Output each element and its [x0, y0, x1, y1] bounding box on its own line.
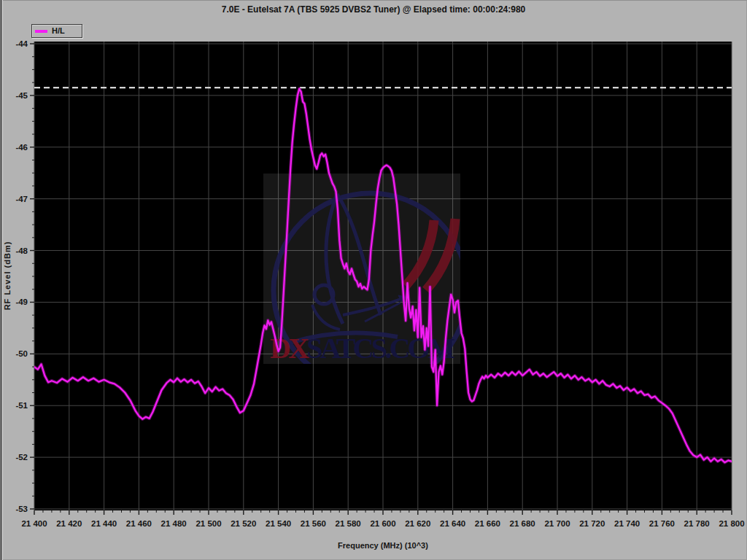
- x-tick-label: 21 620: [405, 519, 430, 528]
- x-tick-label: 21 400: [21, 519, 47, 528]
- y-tick-label: -51: [15, 401, 28, 410]
- y-tick-label: -52: [15, 453, 28, 462]
- y-axis-title: RF Level (dBm): [3, 225, 12, 327]
- x-axis-title: Frequency (MHz) (10^3): [0, 541, 747, 550]
- x-tick-label: 21 580: [336, 519, 361, 528]
- y-tick-label: -47: [15, 195, 28, 203]
- x-tick-label: 21 420: [56, 519, 82, 528]
- y-tick-label: -49: [15, 298, 28, 306]
- y-tick-label: -50: [15, 349, 28, 358]
- spectrum-chart: DXSATCS.COM 21 40021 42021 44021 46021 4…: [0, 0, 747, 560]
- y-tick-label: -46: [15, 143, 28, 152]
- legend-series-label: H/L: [52, 27, 65, 35]
- x-tick-label: 21 700: [544, 519, 570, 528]
- x-tick-label: 21 500: [196, 519, 221, 528]
- y-axis: -44-45-46-47-48-49-50-51-52-53: [15, 39, 34, 513]
- x-tick-label: 21 540: [266, 519, 291, 528]
- x-tick-label: 21 560: [301, 519, 326, 528]
- x-tick-label: 21 460: [126, 519, 152, 528]
- x-tick-label: 21 780: [684, 519, 710, 528]
- legend-series-color-swatch: [35, 30, 47, 33]
- y-tick-label: -44: [15, 39, 28, 48]
- x-tick-label: 21 740: [614, 519, 640, 528]
- y-tick-label: -45: [15, 91, 28, 100]
- x-tick-label: 21 760: [649, 519, 675, 528]
- x-tick-label: 21 720: [579, 519, 605, 528]
- legend[interactable]: H/L: [31, 24, 82, 38]
- x-tick-label: 21 660: [475, 519, 500, 528]
- y-tick-label: -48: [15, 246, 28, 255]
- x-tick-label: 21 440: [91, 519, 117, 528]
- y-tick-label: -53: [15, 505, 28, 513]
- x-axis: 21 40021 42021 44021 46021 48021 50021 5…: [21, 510, 744, 528]
- x-tick-label: 21 800: [719, 519, 744, 528]
- x-tick-label: 21 680: [510, 519, 535, 528]
- x-tick-label: 21 480: [161, 519, 187, 528]
- x-tick-label: 21 640: [440, 519, 465, 528]
- x-tick-label: 21 600: [370, 519, 395, 528]
- x-tick-label: 21 520: [231, 519, 256, 528]
